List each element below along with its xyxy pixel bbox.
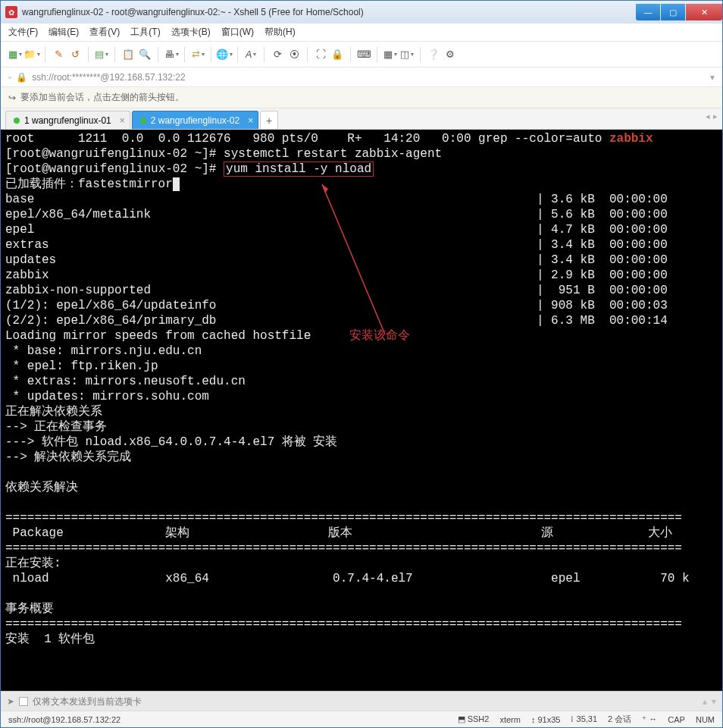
- menu-edit[interactable]: 编辑(E): [49, 26, 79, 39]
- separator: [264, 47, 264, 62]
- transfer-icon[interactable]: ⇄: [191, 48, 205, 61]
- addressbar: ◦ 🔒 ssh://root:********@192.168.57.132:2…: [1, 67, 722, 87]
- print-icon[interactable]: 🖶: [164, 48, 178, 61]
- term-line: 依赖关系解决: [5, 481, 78, 494]
- term-line: 已加载插件：fastestmirror: [5, 177, 173, 191]
- maximize-button[interactable]: ▢: [661, 4, 685, 20]
- address-dropdown-icon[interactable]: ▾: [710, 72, 715, 83]
- window-controls: — ▢ ✕: [636, 4, 722, 20]
- globe-icon[interactable]: 🌐: [218, 48, 231, 61]
- term-line: 安装 1 软件包: [5, 632, 95, 646]
- address-text[interactable]: ssh://root:********@192.168.57.132:22: [32, 72, 185, 83]
- status-expand-icon[interactable]: ⁺ ↔: [642, 714, 657, 724]
- term-line: (2/2): epel/x86_64/primary_db | 6.3 MB 0…: [5, 314, 668, 328]
- term-line: * extras: mirrors.neusoft.edu.cn: [5, 375, 246, 388]
- close-button[interactable]: ✕: [686, 4, 722, 20]
- separator: [45, 47, 45, 62]
- send-checkbox[interactable]: [19, 697, 28, 706]
- send-input[interactable]: [33, 696, 698, 707]
- font-icon[interactable]: A: [244, 48, 258, 61]
- separator: [158, 47, 158, 62]
- search-icon[interactable]: 🔍: [138, 48, 152, 61]
- status-num: NUM: [696, 715, 715, 724]
- addressbar-bullet: ◦: [8, 72, 11, 83]
- term-line: ========================================…: [5, 541, 682, 555]
- term-command-highlight: yum install -y nload: [224, 162, 374, 177]
- menu-file[interactable]: 文件(F): [8, 26, 38, 39]
- term-line: (1/2): epel/x86_64/updateinfo | 908 kB 0…: [5, 299, 668, 312]
- send-icon[interactable]: ➤: [7, 696, 14, 707]
- help-icon[interactable]: ❔: [427, 48, 440, 61]
- term-line: Package 架构 版本 源 大小: [5, 526, 672, 540]
- layout-icon[interactable]: ▦: [383, 48, 397, 61]
- session-tab-1[interactable]: 1 wangrufenglinux-01 ×: [5, 111, 130, 129]
- term-line: extras | 3.4 kB 00:00:00: [5, 238, 668, 252]
- menu-tools[interactable]: 工具(T): [130, 26, 160, 39]
- minimize-button[interactable]: —: [636, 4, 660, 20]
- term-line: * updates: mirrors.sohu.com: [5, 390, 209, 403]
- separator: [377, 47, 377, 62]
- tabstrip: 1 wangrufenglinux-01 × 2 wangrufienglinu…: [1, 108, 722, 130]
- refresh-icon[interactable]: ⟳: [271, 48, 284, 61]
- titlebar[interactable]: ✿ wangrufienglinux-02 - root@wangruifeng…: [1, 1, 722, 24]
- status-connection: ssh://root@192.168.57.132:22: [8, 715, 121, 724]
- send-inputbar: ➤ ▴ ▾: [1, 691, 722, 711]
- menu-help[interactable]: 帮助(H): [264, 26, 296, 39]
- term-line: --> 正在检查事务: [5, 420, 107, 434]
- cursor: [173, 177, 180, 191]
- separator: [307, 47, 308, 62]
- term-line: ========================================…: [5, 511, 682, 525]
- term-line: root 1211 0.0 0.0 112676 980 pts/0 R+ 14…: [5, 132, 609, 146]
- term-line: epel | 4.7 kB 00:00:00: [5, 223, 668, 237]
- fullscreen-icon[interactable]: ⛶: [314, 48, 327, 61]
- open-folder-icon[interactable]: 📁: [25, 48, 39, 61]
- toolbar: ▦ 📁 ✎ ↺ ▤ 📋 🔍 🖶 ⇄ 🌐 A ⟳ ⦿ ⛶ 🔒 ⌨ ▦ ◫ ❔ ⚙: [1, 42, 722, 67]
- menu-window[interactable]: 窗口(W): [221, 26, 254, 39]
- tab-label: 1 wangrufenglinux-01: [24, 115, 111, 126]
- arrow-add-icon[interactable]: ↪: [8, 93, 16, 103]
- term-line: epel/x86_64/metalink | 5.6 kB 00:00:00: [5, 208, 668, 221]
- term-line: zabbix | 2.9 kB 00:00:00: [5, 268, 668, 282]
- copy-icon[interactable]: 📋: [121, 48, 135, 61]
- term-line: base | 3.6 kB 00:00:00: [5, 193, 668, 206]
- separator: [114, 47, 115, 62]
- lock-icon[interactable]: 🔒: [330, 48, 344, 61]
- term-line: * epel: ftp.riken.jp: [5, 359, 158, 373]
- infobar: ↪ 要添加当前会话，点击左侧的箭头按钮。: [1, 87, 722, 108]
- status-termtype: xterm: [499, 715, 521, 724]
- stop-icon[interactable]: ⦿: [287, 48, 301, 61]
- tab-close-icon[interactable]: ×: [248, 115, 253, 126]
- menu-view[interactable]: 查看(V): [89, 26, 120, 39]
- term-highlight: zabbix: [609, 132, 653, 146]
- menu-tabs[interactable]: 选项卡(B): [171, 26, 211, 39]
- term-line: [root@wangruifenglinux-02 ~]# systemctl …: [5, 147, 442, 161]
- properties-icon[interactable]: ▤: [95, 48, 108, 61]
- scroll-down-icon[interactable]: ▾: [712, 696, 716, 707]
- scroll-up-icon[interactable]: ▴: [703, 696, 707, 707]
- new-session-icon[interactable]: ▦: [8, 48, 22, 61]
- status-proto: ⬒ SSH2: [458, 714, 490, 724]
- wand-icon[interactable]: ✎: [52, 48, 65, 61]
- window-title: wangrufienglinux-02 - root@wangruifengli…: [22, 7, 636, 17]
- session-tab-2[interactable]: 2 wangrufienglinux-02 ×: [132, 111, 258, 129]
- status-cursor: ⁞ 35,31: [571, 714, 597, 724]
- tab-close-icon[interactable]: ×: [120, 115, 125, 126]
- gear-icon[interactable]: ⚙: [443, 48, 457, 61]
- tab-next-icon[interactable]: ▸: [713, 111, 718, 121]
- tab-prev-icon[interactable]: ◂: [706, 111, 710, 121]
- term-line: ========================================…: [5, 617, 682, 631]
- term-line: 事务概要: [5, 602, 54, 616]
- new-tab-button[interactable]: +: [260, 111, 278, 129]
- keyboard-icon[interactable]: ⌨: [357, 48, 371, 61]
- reconnect-icon[interactable]: ↺: [68, 48, 82, 61]
- terminal[interactable]: root 1211 0.0 0.0 112676 980 pts/0 R+ 14…: [1, 130, 722, 691]
- separator: [184, 47, 185, 62]
- term-line: zabbix-non-supported | 951 B 00:00:00: [5, 284, 668, 297]
- split-icon[interactable]: ◫: [400, 48, 414, 61]
- lock-icon: 🔒: [16, 72, 27, 83]
- separator: [88, 47, 89, 62]
- annotation-text: 安装该命令: [349, 328, 410, 344]
- app-icon: ✿: [5, 6, 17, 18]
- tab-nav: ◂ ▸: [706, 111, 718, 121]
- menubar: 文件(F) 编辑(E) 查看(V) 工具(T) 选项卡(B) 窗口(W) 帮助(…: [1, 24, 722, 42]
